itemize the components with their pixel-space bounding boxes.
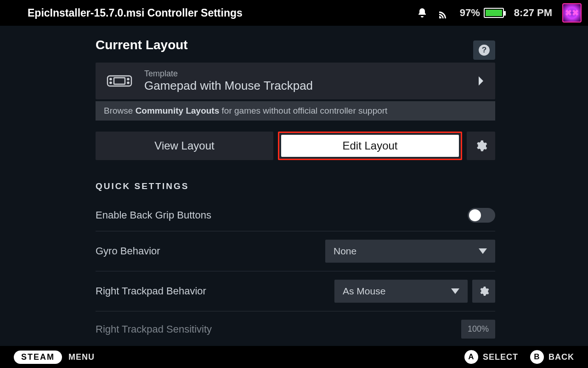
svg-point-4	[110, 78, 111, 80]
browse-bold: Community Layouts	[136, 106, 220, 115]
current-layout-heading: Current Layout	[96, 38, 188, 52]
chevron-down-icon	[479, 248, 487, 254]
browse-community-layouts[interactable]: Browse Community Layouts for games witho…	[96, 101, 495, 121]
view-layout-button[interactable]: View Layout	[96, 132, 273, 160]
svg-point-7	[127, 82, 129, 83]
edit-layout-inner: Edit Layout	[281, 135, 459, 157]
cast-icon[interactable]	[438, 7, 450, 18]
footer-bar: STEAM MENU A SELECT B BACK	[0, 346, 588, 368]
footer-select[interactable]: A SELECT	[464, 350, 518, 364]
template-sublabel: Template	[144, 69, 313, 79]
template-name: Gamepad with Mouse Trackpad	[144, 79, 313, 93]
gyro-value: None	[334, 246, 356, 257]
template-card[interactable]: Template Gamepad with Mouse Trackpad	[96, 63, 495, 99]
rt-sens-value[interactable]: 100%	[461, 320, 495, 339]
page-title: EpicInstaller-15.7.0.msi Controller Sett…	[28, 7, 243, 19]
battery-indicator: 97%	[460, 7, 504, 19]
back-grip-label: Enable Back Grip Buttons	[96, 209, 211, 221]
browse-suffix: for games without official controller su…	[219, 106, 387, 115]
rt-behavior-dropdown[interactable]: As Mouse	[334, 280, 468, 303]
chevron-down-icon	[451, 288, 459, 294]
a-glyph-icon: A	[464, 350, 478, 364]
battery-icon	[484, 8, 504, 18]
menu-button[interactable]: MENU	[68, 352, 95, 362]
rt-behavior-gear-button[interactable]	[472, 280, 495, 303]
layout-settings-gear-button[interactable]	[467, 132, 495, 160]
setting-gyro: Gyro Behavior None	[96, 231, 495, 271]
back-grip-toggle[interactable]	[468, 208, 495, 223]
setting-back-grip: Enable Back Grip Buttons	[96, 200, 495, 231]
chevron-right-icon	[478, 76, 484, 86]
rt-behavior-value: As Mouse	[343, 286, 385, 297]
edit-layout-button[interactable]: Edit Layout	[278, 132, 462, 160]
rt-sens-label: Right Trackpad Sensitivity	[96, 323, 212, 335]
view-layout-label: View Layout	[154, 139, 214, 152]
clock: 8:27 PM	[514, 7, 552, 19]
avatar[interactable]: ✖✖	[562, 3, 582, 23]
back-label: BACK	[548, 352, 574, 362]
battery-percentage: 97%	[460, 7, 480, 19]
gyro-dropdown[interactable]: None	[325, 240, 495, 263]
setting-right-trackpad-sensitivity: Right Trackpad Sensitivity 100%	[96, 311, 495, 340]
svg-point-5	[110, 82, 111, 83]
svg-rect-3	[114, 78, 125, 84]
quick-settings-heading: QUICK SETTINGS	[96, 181, 495, 191]
b-glyph-icon: B	[530, 350, 544, 364]
top-bar: EpicInstaller-15.7.0.msi Controller Sett…	[0, 0, 588, 26]
steam-deck-icon	[107, 74, 132, 88]
footer-back[interactable]: B BACK	[530, 350, 574, 364]
help-button[interactable]: ?	[473, 40, 495, 60]
browse-prefix: Browse	[104, 106, 136, 115]
page-body: Current Layout ? Template Gamepad with M…	[0, 26, 588, 346]
steam-button[interactable]: STEAM	[14, 351, 62, 364]
notifications-icon[interactable]	[417, 7, 428, 18]
gyro-label: Gyro Behavior	[96, 245, 160, 257]
select-label: SELECT	[483, 352, 518, 362]
edit-layout-label: Edit Layout	[342, 139, 397, 152]
svg-text:?: ?	[482, 45, 487, 54]
setting-right-trackpad-behavior: Right Trackpad Behavior As Mouse	[96, 271, 495, 311]
svg-point-6	[127, 78, 129, 80]
rt-behavior-label: Right Trackpad Behavior	[96, 285, 206, 297]
